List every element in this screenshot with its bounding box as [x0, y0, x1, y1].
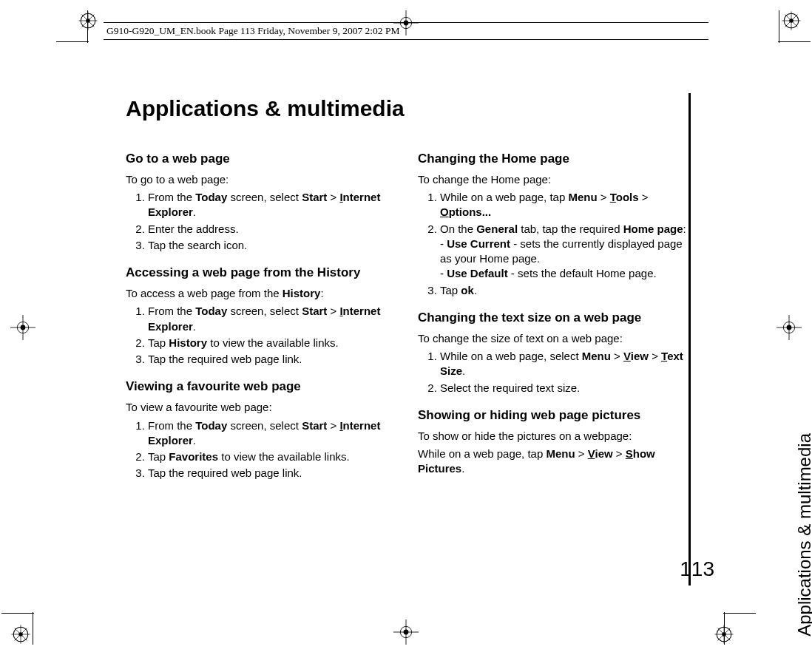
body-text: To change the size of text on a web page…	[418, 331, 694, 346]
svg-point-11	[789, 18, 794, 23]
body-text: To view a favourite web page:	[126, 400, 402, 415]
list-item: Tap the search icon.	[148, 238, 402, 253]
list-item: Tap the required web page link.	[148, 466, 402, 481]
body-text: To access a web page from the History:	[126, 286, 402, 301]
body-text: To change the Home page:	[418, 172, 694, 187]
step-list: From the Today screen, select Start > In…	[126, 190, 402, 253]
section-heading: Accessing a web page from the History	[126, 265, 402, 282]
svg-point-23	[722, 632, 726, 637]
list-item: Enter the address.	[148, 222, 402, 237]
svg-point-5	[86, 18, 90, 23]
body-text: To go to a web page:	[126, 172, 402, 187]
column-right: Changing the Home page To change the Hom…	[418, 139, 694, 486]
list-item: Tap the required web page link.	[148, 352, 402, 367]
list-item: Tap ok.	[440, 283, 694, 298]
page-content: Applications & multimedia Go to a web pa…	[126, 89, 694, 486]
step-list: While on a web page, tap Menu > Tools > …	[418, 190, 694, 298]
list-item: From the Today screen, select Start > In…	[148, 190, 402, 220]
page-number: 113	[680, 557, 714, 581]
crop-mark-icon	[78, 10, 98, 31]
column-left: Go to a web page To go to a web page: Fr…	[126, 139, 402, 486]
list-item: While on a web page, select Menu > View …	[440, 349, 694, 379]
section-heading: Changing the Home page	[418, 151, 694, 168]
crop-line-icon	[707, 578, 759, 630]
list-item: While on a web page, tap Menu > Tools > …	[440, 190, 694, 220]
crop-line-icon	[53, 578, 105, 630]
body-text: While on a web page, tap Menu > View > S…	[418, 447, 694, 477]
list-item: On the General tab, tap the required Hom…	[440, 222, 694, 282]
svg-point-17	[18, 632, 23, 637]
list-item: Tap Favorites to view the available link…	[148, 449, 402, 464]
body-text: To show or hide the pictures on a webpag…	[418, 429, 694, 444]
section-heading: Changing the text size on a web page	[418, 310, 694, 327]
section-heading: Showing or hiding web page pictures	[418, 407, 694, 424]
crop-mark-icon	[781, 10, 802, 31]
crop-line-icon	[707, 25, 759, 77]
header-book-info: G910-G920_UM_EN.book Page 113 Friday, No…	[106, 25, 399, 37]
crop-mark-icon	[10, 315, 35, 340]
list-item: Select the required text size.	[440, 381, 694, 396]
section-heading: Go to a web page	[126, 151, 402, 168]
header-bar: G910-G920_UM_EN.book Page 113 Friday, No…	[104, 22, 708, 41]
crop-mark-icon	[10, 624, 31, 645]
step-list: While on a web page, select Menu > View …	[418, 349, 694, 396]
crop-mark-icon	[393, 620, 419, 645]
crop-line-icon	[53, 25, 105, 77]
crop-mark-icon	[714, 624, 734, 645]
step-list: From the Today screen, select Start > In…	[126, 418, 402, 481]
list-item: Tap History to view the available links.	[148, 336, 402, 350]
list-item: From the Today screen, select Start > In…	[148, 304, 402, 334]
section-heading: Viewing a favourite web page	[126, 379, 402, 396]
page-title: Applications & multimedia	[126, 96, 694, 121]
section-side-label: Applications & multimedia	[794, 433, 812, 637]
step-list: From the Today screen, select Start > In…	[126, 304, 402, 367]
crop-mark-icon	[777, 315, 802, 340]
list-item: From the Today screen, select Start > In…	[148, 418, 402, 449]
